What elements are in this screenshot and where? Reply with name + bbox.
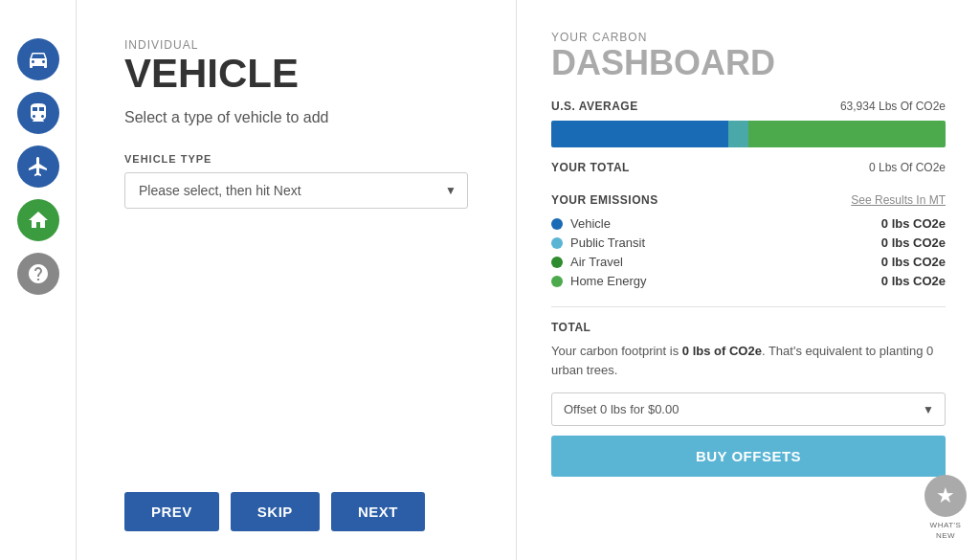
home-dot [551, 276, 563, 287]
vehicle-value: 0 lbs CO2e [881, 216, 946, 231]
us-average-row: U.S. AVERAGE 63,934 Lbs Of CO2e [551, 100, 946, 113]
section-title: VEHICLE [124, 54, 468, 94]
transit-value: 0 lbs CO2e [881, 235, 946, 250]
sidebar-item-vehicle[interactable] [17, 38, 59, 80]
divider [551, 306, 946, 307]
emissions-title: YOUR EMISSIONS [551, 193, 658, 207]
your-total-row: YOUR TOTAL 0 Lbs Of CO2e [551, 161, 946, 174]
left-panel: INDIVIDUAL VEHICLE Select a type of vehi… [77, 0, 517, 560]
emissions-header: YOUR EMISSIONS See Results In MT [551, 193, 946, 207]
us-average-value: 63,934 Lbs Of CO2e [840, 100, 946, 113]
dashboard-title: DASHBOARD [551, 46, 946, 80]
dashboard-label: YOUR CARBON [551, 31, 946, 44]
total-description: Your carbon footprint is 0 lbs of CO2e. … [551, 342, 946, 379]
air-dot [551, 257, 563, 268]
sidebar-item-help[interactable] [17, 253, 59, 295]
air-value: 0 lbs CO2e [881, 255, 946, 269]
skip-button[interactable]: SKIP [231, 492, 320, 531]
see-results-link[interactable]: See Results In MT [851, 193, 946, 207]
vehicle-dot [551, 218, 563, 230]
home-name: Home Energy [570, 274, 646, 288]
nav-buttons: PREV SKIP NEXT [124, 492, 468, 531]
bar-segment-green [748, 121, 946, 147]
buy-offsets-button[interactable]: BUY OFFSETS [551, 436, 946, 477]
sidebar-item-home[interactable] [17, 199, 59, 241]
whats-new-circle: ★ [924, 475, 967, 517]
offset-row: Offset 0 lbs for $0.00 ▼ [551, 392, 946, 426]
right-panel: YOUR CARBON DASHBOARD U.S. AVERAGE 63,93… [517, 0, 980, 560]
bar-segment-teal [728, 121, 748, 147]
vehicle-type-select-wrapper: Please select, then hit Next Car Truck S… [124, 172, 468, 209]
section-label: INDIVIDUAL [124, 38, 468, 52]
subtitle: Select a type of vehicle to add [124, 109, 468, 126]
offset-select-wrapper: Offset 0 lbs for $0.00 ▼ [551, 392, 946, 426]
star-icon: ★ [936, 483, 955, 508]
your-total-label: YOUR TOTAL [551, 161, 630, 174]
offset-select[interactable]: Offset 0 lbs for $0.00 [551, 392, 946, 426]
sidebar-item-transit[interactable] [17, 92, 59, 134]
whats-new-button[interactable]: ★ WHAT'SNEW [924, 475, 967, 541]
whats-new-label: WHAT'SNEW [930, 521, 962, 541]
field-label: VEHICLE TYPE [124, 153, 468, 165]
next-button[interactable]: NEXT [331, 492, 425, 531]
emission-vehicle: Vehicle 0 lbs CO2e [551, 216, 946, 231]
bar-segment-blue [551, 121, 728, 147]
your-total-value: 0 Lbs Of CO2e [869, 161, 946, 174]
emissions-list: Vehicle 0 lbs CO2e Public Transit 0 lbs … [551, 216, 946, 293]
emission-transit: Public Transit 0 lbs CO2e [551, 235, 946, 250]
transit-name: Public Transit [570, 235, 645, 250]
emission-home: Home Energy 0 lbs CO2e [551, 274, 946, 288]
home-value: 0 lbs CO2e [881, 274, 946, 288]
emission-air: Air Travel 0 lbs CO2e [551, 255, 946, 269]
vehicle-type-select[interactable]: Please select, then hit Next Car Truck S… [124, 172, 468, 209]
vehicle-name: Vehicle [570, 216, 611, 231]
transit-dot [551, 237, 563, 249]
us-average-label: U.S. AVERAGE [551, 100, 638, 113]
total-section: TOTAL Your carbon footprint is 0 lbs of … [551, 321, 946, 477]
us-average-bar [551, 121, 946, 147]
sidebar-item-air[interactable] [17, 146, 59, 188]
sidebar [0, 0, 77, 560]
prev-button[interactable]: PREV [124, 492, 219, 531]
total-section-title: TOTAL [551, 321, 946, 334]
air-name: Air Travel [570, 255, 623, 269]
